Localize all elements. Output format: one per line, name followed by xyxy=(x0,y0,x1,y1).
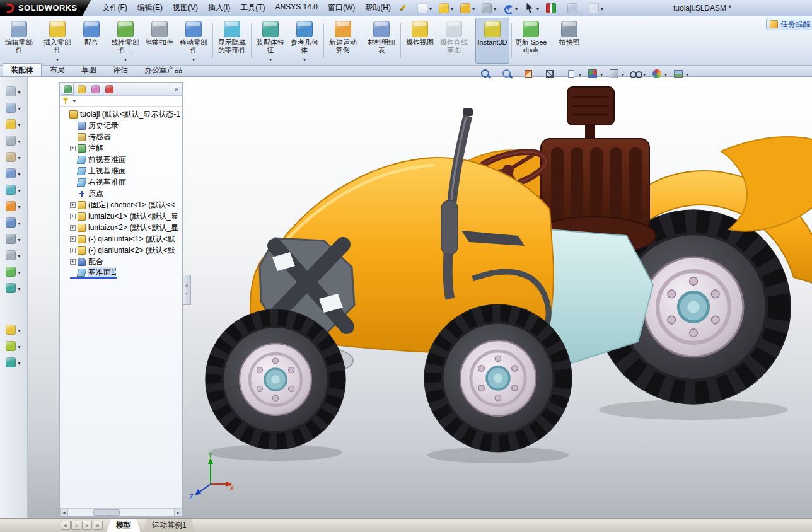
left-toolbar-button[interactable] xyxy=(0,263,27,280)
quickbar-button[interactable] xyxy=(523,3,542,14)
dropdown-caret-icon[interactable] xyxy=(17,358,22,367)
tree-item[interactable]: (-) qianluntai<2> (默认<默 xyxy=(70,245,177,256)
dropdown-caret-icon[interactable] xyxy=(17,284,22,292)
dropdown-caret-icon[interactable] xyxy=(17,136,22,145)
left-toolbar-button[interactable] xyxy=(0,231,27,247)
left-toolbar-button[interactable] xyxy=(0,338,27,354)
left-toolbar-button[interactable] xyxy=(0,354,27,371)
dropdown-caret-icon[interactable] xyxy=(492,4,497,13)
ribbon-button[interactable]: 智能扣件 xyxy=(142,18,177,64)
dropdown-caret-icon[interactable] xyxy=(599,69,604,78)
tree-item[interactable]: (-) qianluntai<1> (默认<默 xyxy=(70,233,177,245)
quickbar-button[interactable] xyxy=(566,3,584,14)
menu-item[interactable]: 帮助(H) xyxy=(360,1,396,15)
left-toolbar-button[interactable] xyxy=(0,83,27,100)
dropdown-caret-icon[interactable] xyxy=(642,69,647,78)
panel-tab[interactable] xyxy=(103,84,115,95)
dropdown-caret-icon[interactable] xyxy=(302,54,307,63)
menu-item[interactable]: 编辑(E) xyxy=(132,1,168,15)
ribbon-button[interactable]: 装配体特征 xyxy=(253,18,287,64)
dropdown-caret-icon[interactable] xyxy=(17,325,22,334)
dropdown-caret-icon[interactable] xyxy=(17,202,22,211)
view-toolbar-button[interactable] xyxy=(522,67,540,80)
tree-item[interactable]: 配合 xyxy=(70,256,105,267)
dropdown-caret-icon[interactable] xyxy=(17,169,22,178)
ribbon-button[interactable]: 配合 xyxy=(74,18,108,64)
ribbon-button[interactable]: 编辑零部件 xyxy=(2,18,36,64)
ribbon-button[interactable]: 拍快照 xyxy=(552,18,586,64)
tree-item[interactable]: 基准面1 xyxy=(70,267,117,279)
view-toolbar-button[interactable] xyxy=(651,67,669,80)
study-nav-button[interactable]: » xyxy=(93,521,103,530)
ribbon-button[interactable]: Instant3D xyxy=(475,18,509,64)
dropdown-caret-icon[interactable] xyxy=(55,54,60,63)
tree-item[interactable]: 上视基准面 xyxy=(70,165,127,176)
scrollbar-track[interactable] xyxy=(68,509,174,516)
ribbon-button[interactable]: 爆炸视图 xyxy=(403,18,437,64)
view-toolbar-button[interactable] xyxy=(586,67,605,80)
dropdown-caret-icon[interactable] xyxy=(514,4,519,13)
ribbon-button[interactable]: 线性零部件... xyxy=(108,18,142,64)
dropdown-caret-icon[interactable] xyxy=(17,218,22,227)
ribbon-button[interactable]: 材料明细表 xyxy=(364,18,398,64)
scroll-right-icon[interactable]: ► xyxy=(174,509,182,516)
expand-toggle-icon[interactable] xyxy=(70,236,76,242)
collapse-panel-icon[interactable]: « xyxy=(185,283,188,289)
dropdown-caret-icon[interactable] xyxy=(577,69,583,78)
tree-item[interactable]: 右视基准面 xyxy=(70,176,127,188)
dropdown-caret-icon[interactable] xyxy=(17,234,22,243)
view-toolbar-button[interactable] xyxy=(629,67,647,80)
customize-pencil-icon[interactable] xyxy=(398,4,407,13)
left-toolbar-button[interactable] xyxy=(0,321,27,338)
tree-item[interactable]: 传感器 xyxy=(70,131,112,142)
ribbon-button[interactable]: 插入零部件 xyxy=(40,18,74,64)
menu-item[interactable]: 工具(T) xyxy=(235,1,270,15)
ribbon-tab[interactable]: 布局 xyxy=(42,63,73,76)
ribbon-button[interactable]: 显示隐藏的零部件 xyxy=(215,18,249,64)
left-toolbar-button[interactable] xyxy=(0,214,27,231)
panel-overflow-chevron[interactable]: » xyxy=(173,85,180,93)
dropdown-caret-icon[interactable] xyxy=(17,342,22,350)
tree-item[interactable]: tuolaji (默认<默认_显示状态-1 xyxy=(62,108,182,120)
expand-toggle-icon[interactable] xyxy=(70,214,76,219)
quickbar-button[interactable] xyxy=(545,3,563,14)
tree-item[interactable]: (固定) chetier<1> (默认<< xyxy=(70,199,176,211)
dropdown-caret-icon[interactable] xyxy=(17,153,22,161)
expand-toggle-icon[interactable] xyxy=(70,248,76,253)
menu-item[interactable]: ANSYS 14.0 xyxy=(270,1,323,15)
dropdown-caret-icon[interactable] xyxy=(191,54,196,63)
quickbar-button[interactable] xyxy=(588,3,606,14)
dropdown-caret-icon[interactable] xyxy=(471,4,476,13)
left-toolbar-button[interactable] xyxy=(0,149,27,165)
tree-horizontal-scrollbar[interactable]: ◄ ► xyxy=(60,508,182,516)
expand-toggle-icon[interactable] xyxy=(70,225,76,231)
ribbon-button[interactable]: 新建运动算例 xyxy=(326,18,360,64)
ribbon-button[interactable]: 移动零部件 xyxy=(177,18,211,64)
quickbar-button[interactable] xyxy=(416,3,434,14)
dropdown-caret-icon[interactable] xyxy=(663,69,668,78)
dropdown-caret-icon[interactable] xyxy=(17,120,22,129)
ribbon-tab[interactable]: 装配体 xyxy=(3,63,42,76)
left-toolbar-button[interactable] xyxy=(0,280,27,296)
ribbon-button[interactable]: 更新 Speedpak xyxy=(514,18,548,64)
left-toolbar-button[interactable] xyxy=(0,132,27,149)
view-toolbar-button[interactable] xyxy=(543,67,562,80)
ribbon-tab[interactable]: 草图 xyxy=(73,63,105,76)
dropdown-caret-icon[interactable] xyxy=(450,4,455,13)
dropdown-caret-icon[interactable] xyxy=(268,54,273,63)
expand-toggle-icon[interactable] xyxy=(70,202,76,208)
filter-caret-icon[interactable]: ▼ xyxy=(72,98,77,104)
tree-item[interactable]: luntaizu<1> (默认<默认_显 xyxy=(70,211,180,222)
menu-item[interactable]: 窗口(W) xyxy=(323,1,360,15)
left-toolbar-button[interactable] xyxy=(0,247,27,263)
filter-funnel-icon[interactable] xyxy=(62,97,70,105)
view-toolbar-button[interactable] xyxy=(608,67,626,80)
panel-splitter[interactable]: « ‹ xyxy=(183,275,191,305)
dropdown-caret-icon[interactable] xyxy=(685,69,690,78)
panel-tab[interactable] xyxy=(62,84,74,95)
left-toolbar-button[interactable] xyxy=(0,116,27,132)
dropdown-caret-icon[interactable] xyxy=(17,251,22,260)
collapse-panel-icon2[interactable]: ‹ xyxy=(186,291,188,297)
expand-toggle-icon[interactable] xyxy=(70,259,76,265)
dropdown-caret-icon[interactable] xyxy=(620,69,625,78)
